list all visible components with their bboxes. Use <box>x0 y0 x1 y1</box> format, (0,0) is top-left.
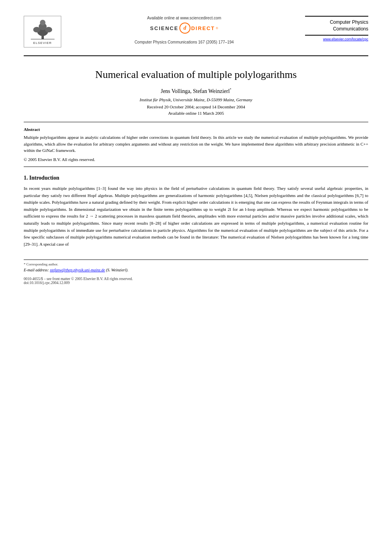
email-address[interactable]: stefanw@thep.physik.uni-mainz.de <box>50 268 105 272</box>
section-introduction: 1. Introduction In recent years multiple… <box>24 175 368 248</box>
issn-text: 0010-4655/$ – see front matter © 2005 El… <box>24 277 368 281</box>
page: ELSEVIER Available online at www.science… <box>0 0 392 555</box>
received-line: Received 20 October 2004; accepted 14 De… <box>24 104 368 109</box>
issn-line: 0010-4655/$ – see front matter © 2005 El… <box>24 277 368 285</box>
section1-paragraph1: In recent years multiple polylogarithms … <box>24 185 368 248</box>
sciencedirect-logo: SCIENCE d DIRECT ® <box>150 23 218 34</box>
registered-icon: ® <box>216 27 218 30</box>
science-text: SCIENCE <box>150 25 179 31</box>
abstract-copyright: © 2005 Elsevier B.V. All rights reserved… <box>24 157 368 162</box>
abstract-top-divider <box>24 122 368 122</box>
journal-title-text: Computer Physics Communications <box>305 19 368 32</box>
abstract-bottom-divider <box>24 167 368 167</box>
authors: Jens Vollinga, Stefan Weinzierl* <box>24 88 368 95</box>
author-star: * <box>230 88 231 91</box>
header: ELSEVIER Available online at www.science… <box>24 16 368 51</box>
sd-circle-icon: d <box>179 23 190 34</box>
journal-url[interactable]: www.elsevier.com/locate/cpc <box>323 37 368 41</box>
available-online-article: Available online 11 March 2005 <box>24 111 368 116</box>
email-person: (S. Weinzierl). <box>106 268 128 272</box>
svg-point-5 <box>45 27 52 32</box>
email-label: E-mail address: <box>24 268 49 272</box>
svg-point-4 <box>33 27 40 32</box>
abstract-section: Abstract Multiple polylogarithms appear … <box>24 127 368 162</box>
journal-title-box: Computer Physics Communications <box>305 16 368 36</box>
footnote-email: E-mail address: stefanw@thep.physik.uni-… <box>24 268 368 272</box>
doi-text: doi:10.1016/j.cpc.2004.12.009 <box>24 281 368 285</box>
svg-point-3 <box>40 20 45 25</box>
available-online-text: Available online at www.sciencedirect.co… <box>147 16 221 20</box>
footnote-star: * Corresponding author. <box>24 262 368 266</box>
elsevier-logo: ELSEVIER <box>24 16 63 47</box>
header-right: Computer Physics Communications www.else… <box>305 16 368 41</box>
direct-text: DIRECT <box>191 25 215 31</box>
authors-text: Jens Vollinga, Stefan Weinzierl <box>161 88 230 94</box>
abstract-label: Abstract <box>24 127 368 132</box>
article-title: Numerical evaluation of multiple polylog… <box>24 68 368 81</box>
header-divider <box>24 55 368 56</box>
footer-area: * Corresponding author. E-mail address: … <box>24 260 368 285</box>
elsevier-label: ELSEVIER <box>33 41 52 45</box>
section1-heading: 1. Introduction <box>24 175 368 181</box>
abstract-text: Multiple polylogarithms appear in analyt… <box>24 134 368 154</box>
affiliation: Institut für Physik, Universität Mainz, … <box>24 97 368 102</box>
journal-info-line: Computer Physics Communications 167 (200… <box>134 40 234 44</box>
header-center: Available online at www.sciencedirect.co… <box>71 16 297 51</box>
